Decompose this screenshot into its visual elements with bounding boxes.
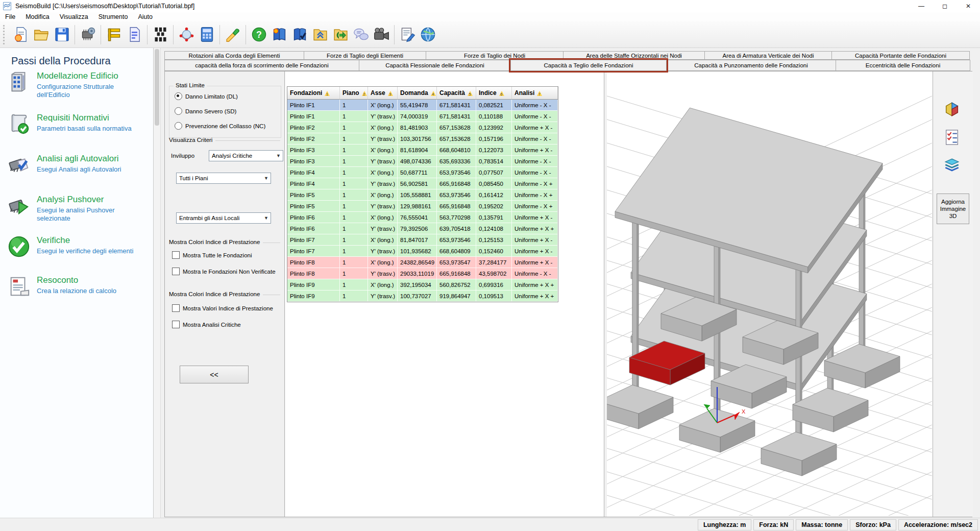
menu-file[interactable]: File — [0, 13, 20, 21]
collapse-panel-button[interactable]: << — [180, 366, 249, 383]
tab-eccentricit-delle-fondazioni[interactable]: Eccentricità delle Fondazioni — [836, 60, 970, 71]
radio-danno-limitato-dl-[interactable]: Danno Limitato (DL) — [175, 92, 238, 100]
table-row[interactable]: Plinto IF61X' (long.)76,555041563,770298… — [287, 212, 558, 223]
table-row[interactable]: Plinto IF81X' (long.)24382,86549653,9735… — [287, 257, 558, 268]
column-header-indice[interactable]: Indice6 — [476, 87, 512, 99]
open-project-button[interactable] — [31, 24, 52, 45]
minimize-button[interactable]: ― — [910, 0, 933, 12]
tab-capacit-portante-delle-fondazioni[interactable]: Capacità Portante delle Fondazioni — [831, 51, 970, 60]
table-row[interactable]: Plinto IF21X' (long.)81,481903657,153628… — [287, 122, 558, 133]
radio-danno-severo-sd-[interactable]: Danno Severo (SD) — [175, 107, 236, 115]
menu-modifica[interactable]: Modifica — [20, 13, 55, 21]
tab-area-di-armatura-verticale-dei-nodi[interactable]: Area di Armatura Verticale dei Nodi — [704, 51, 832, 60]
radio-icon[interactable] — [175, 92, 182, 100]
processor-settings-button[interactable] — [78, 24, 98, 45]
table-row[interactable]: Plinto IF21Y' (trasv.)103,301756657,1536… — [287, 133, 558, 144]
code-requirements-button[interactable] — [124, 24, 144, 45]
layers-button[interactable] — [943, 157, 963, 176]
column-header-analisi[interactable]: Analisi7 — [512, 87, 558, 99]
checkbox-icon[interactable] — [172, 304, 180, 312]
user-manual-button[interactable] — [289, 24, 310, 45]
table-row[interactable]: Plinto IF51X' (long.)105,558881653,97354… — [287, 189, 558, 201]
video-tutorials-button[interactable] — [371, 24, 391, 45]
assi-combobox[interactable]: Entrambi gli Assi Locali ▼ — [176, 212, 271, 224]
sidebar-step-modellazione-edificio[interactable]: Modellazione EdificioConfigurazione Stru… — [7, 70, 148, 99]
tab-capacit-della-forza-di-scorrimento-delle[interactable]: capacità della forza di scorrimento dell… — [164, 60, 359, 71]
table-row[interactable]: Plinto IF11Y' (trasv.)74,000319671,58143… — [287, 111, 558, 122]
sidebar-step-requisiti-normativi[interactable]: Requisiti NormativiParametri basati sull… — [7, 112, 148, 136]
tab-forze-di-taglio-dei-nodi[interactable]: Forze di Taglio dei Nodi — [426, 51, 564, 60]
check-list-button[interactable] — [943, 129, 963, 148]
structural-configuration-button[interactable] — [150, 24, 170, 45]
view-3d-button[interactable] — [943, 101, 963, 120]
maximize-button[interactable]: ◻ — [933, 0, 957, 12]
building-modeller-button[interactable] — [104, 24, 124, 45]
table-row[interactable]: Plinto IF71X' (long.)81,847017653,973546… — [287, 234, 558, 246]
checkbox-icon[interactable] — [172, 321, 180, 328]
table-row[interactable]: Plinto IF31X' (long.)81,618904668,604810… — [287, 144, 558, 156]
step-link[interactable]: Configurazione Strutturale dell'Edificio — [37, 83, 145, 99]
table-row[interactable]: Plinto IF91X' (long.)392,195034560,82675… — [287, 279, 558, 291]
eigenvalue-analysis-button[interactable] — [176, 24, 197, 45]
table-row[interactable]: Plinto IF71Y' (trasv.)101,935682668,6048… — [287, 246, 558, 257]
inviluppo-combobox[interactable]: Analysi Critiche ▼ — [209, 150, 283, 161]
column-header-fondazioni[interactable]: Fondazioni1 — [287, 87, 340, 99]
tab-capacit-a-teglio-delle-fondazioni[interactable]: Capacità a Teglio delle Fondazioni — [510, 60, 667, 71]
checkbox-mostra-analisi-critiche[interactable]: Mostra Analisi Critiche — [172, 321, 241, 328]
checkbox-mostra-tutte-le-fondazioni[interactable]: Mostra Tutte le Fondazioni — [172, 251, 252, 259]
import-folder-button[interactable] — [310, 24, 330, 45]
table-row[interactable]: Plinto IF51Y' (trasv.)129,988161665,9168… — [287, 201, 558, 212]
step-link[interactable]: Esegui le verifiche degli elementi — [37, 247, 145, 255]
sidebar-scrollbar-thumb[interactable] — [155, 49, 159, 126]
checkbox-mostra-le-fondazioni-non-verificate[interactable]: Mostra le Fondazioni Non Verificate — [172, 268, 276, 275]
save-project-button[interactable] — [52, 24, 72, 45]
viewer-3d[interactable]: X — [607, 71, 933, 517]
pushover-analysis-button[interactable] — [197, 24, 217, 45]
table-row[interactable]: Plinto IF81Y' (trasv.)29033,11019665,916… — [287, 268, 558, 279]
tab-capacit-flessionale-delle-fondazioni[interactable]: Capacità Flessionale delle Fondazioni — [359, 60, 511, 71]
website-button[interactable] — [418, 24, 438, 45]
tab-rotazioni-alla-corda-degli-elementi[interactable]: Rotazioni alla Corda degli Elementi — [164, 51, 304, 60]
update-3d-image-button[interactable]: Aggiorna Immagine 3D — [937, 194, 969, 224]
radio-icon[interactable] — [175, 107, 182, 115]
radio-icon[interactable] — [175, 122, 182, 130]
table-row[interactable]: Plinto IF11X' (long.)55,419478671,581431… — [287, 100, 558, 111]
tab-capacit-a-punzonamento-delle-fondazioni[interactable]: Capacità a Punzonamento delle Fondazioni — [666, 60, 836, 71]
column-header-domanda[interactable]: Domanda4 — [398, 87, 437, 99]
table-row[interactable]: Plinto IF31Y' (trasv.)498,074336635,6933… — [287, 156, 558, 167]
checkbox-icon[interactable] — [172, 251, 180, 259]
sidebar-step-resoconto[interactable]: ResocontoCrea la relazione di calcolo — [7, 275, 148, 298]
column-header-piano[interactable]: Piano2 — [340, 87, 368, 99]
piani-combobox[interactable]: Tutti i Piani ▼ — [176, 173, 271, 184]
sidebar-step-analisi-agli-autovalori[interactable]: Analisi agli AutovaloriEsegui Analisi ag… — [7, 153, 148, 177]
forum-button[interactable] — [351, 24, 371, 45]
export-folder-button[interactable] — [330, 24, 351, 45]
help-button[interactable]: ? — [249, 24, 269, 45]
table-row[interactable]: Plinto IF41X' (long.)50,687711653,973546… — [287, 167, 558, 178]
report-editor-button[interactable] — [397, 24, 418, 45]
tab-forze-di-taglio-degli-elementi[interactable]: Forze di Taglio degli Elementi — [304, 51, 426, 60]
sidebar-scrollbar[interactable] — [154, 48, 161, 518]
table-row[interactable]: Plinto IF91Y' (trasv.)100,737027919,8649… — [287, 291, 558, 302]
sidebar-step-analysi-pushover[interactable]: Analysi PushoverEsegui le analisi Pushov… — [7, 194, 148, 223]
column-header-asse[interactable]: Asse3 — [368, 87, 398, 99]
close-button[interactable]: ✕ — [957, 0, 980, 12]
sidebar-step-verifiche[interactable]: VerificheEsegui le verifiche degli eleme… — [7, 235, 148, 258]
checkbox-icon[interactable] — [172, 268, 180, 275]
radio-prevenzione-del-collasso-nc-[interactable]: Prevenzione del Collasso (NC) — [175, 122, 265, 130]
step-link[interactable]: Esegui Analisi agli Autovalori — [37, 165, 145, 174]
column-header-capacità[interactable]: Capacità5 — [437, 87, 476, 99]
table-row[interactable]: Plinto IF41Y' (trasv.)56,902581665,91684… — [287, 178, 558, 189]
checks-brush-button[interactable] — [223, 24, 243, 45]
tutorial-book-button[interactable] — [269, 24, 289, 45]
checkbox-mostra-valori-indice-di-prestazione[interactable]: Mostra Valori Indice di Prestazione — [172, 304, 273, 312]
new-project-button[interactable] — [11, 24, 31, 45]
menu-strumento[interactable]: Strumento — [93, 13, 133, 21]
step-link[interactable]: Crea la relazione di calcolo — [37, 287, 145, 295]
table-row[interactable]: Plinto IF61Y' (trasv.)79,392506639,70541… — [287, 223, 558, 234]
step-link[interactable]: Parametri basati sulla normativa — [37, 125, 145, 133]
step-link[interactable]: Esegui le analisi Pushover selezionate — [37, 206, 145, 223]
menu-visualizza[interactable]: Visualizza — [55, 13, 93, 21]
menu-aiuto[interactable]: Aiuto — [133, 13, 158, 21]
tab-area-delle-staffe-orizzontali-nei-nodi[interactable]: Area delle Staffe Orizzontali nei Nodi — [563, 51, 705, 60]
